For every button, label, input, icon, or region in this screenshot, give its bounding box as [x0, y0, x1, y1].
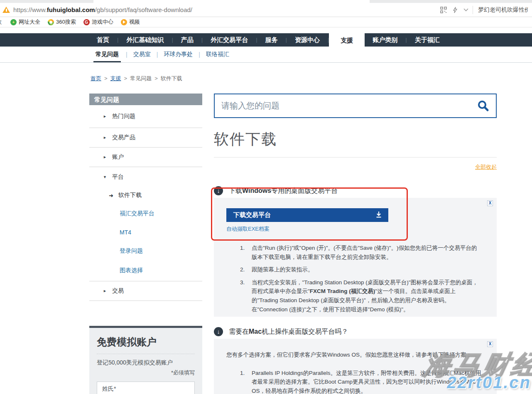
- subnav-item-global-offices[interactable]: 环球办事处: [163, 51, 194, 58]
- search-icon[interactable]: [477, 100, 489, 112]
- nav-item-services[interactable]: 服务: [257, 33, 286, 47]
- qr-code-icon[interactable]: [440, 7, 447, 13]
- sidebar-item-login-issues[interactable]: 登录问题: [89, 241, 202, 260]
- bookmark-partial[interactable]: 款: [0, 18, 3, 26]
- security-warning-icon[interactable]: [2, 7, 10, 13]
- breadcrumb-separator: >: [124, 75, 127, 81]
- faq-search-box: [214, 94, 497, 118]
- nav-item-home[interactable]: 首页: [89, 33, 117, 47]
- faq-item-mac[interactable]: ↓ 需要在Mac机上操作桌面版交易平台吗？: [214, 327, 497, 336]
- subnav-item-contact-fxcm[interactable]: 联络福汇: [205, 51, 230, 58]
- mac-options-intro: 您有多个选择方案，但它们要求客户安装Windows OS。假如您愿意这样做，请参…: [226, 350, 482, 360]
- list-item: 点击"Run (执行)"或"Open (开)"。(不要点击"Save (储存)"…: [240, 244, 482, 261]
- faq-title-segment: Mac: [249, 328, 262, 335]
- lightning-icon[interactable]: [453, 7, 458, 13]
- subnav-item-trading-room[interactable]: 交易室: [132, 51, 152, 58]
- sidebar-item-label: 平台: [112, 173, 124, 181]
- breadcrumb-home-link[interactable]: 首页: [91, 75, 101, 81]
- main-navbar: 首页| 外汇基础知识| 产品| 外汇交易平台| 服务| 资源中心| 支援 账户类…: [0, 33, 532, 47]
- breadcrumb-faq: 常见问题: [130, 75, 152, 81]
- 360-search-icon: [48, 19, 54, 25]
- windows-install-steps: 点击"Run (执行)"或"Open (开)"。(不要点击"Save (储存)"…: [240, 244, 482, 314]
- sidebar-item-trading-products[interactable]: ► 交易产品: [89, 128, 202, 148]
- close-icon[interactable]: X: [487, 200, 493, 206]
- bookmark-video[interactable]: 视频: [121, 18, 140, 26]
- nav-item-forex-basics[interactable]: 外汇基础知识: [118, 33, 172, 47]
- faq-title-segment: 专用的桌面版交易平台: [271, 187, 338, 194]
- url-prefix: https://www.: [13, 6, 47, 13]
- breadcrumb-separator: >: [154, 75, 158, 81]
- sidebar-item-trading[interactable]: ► 交易: [89, 281, 202, 301]
- faq-title-segment: 需要在: [229, 328, 249, 335]
- triangle-right-icon: ►: [103, 289, 107, 293]
- search-input[interactable]: [221, 101, 477, 111]
- page-title: 软件下载: [214, 129, 497, 150]
- breadcrumb-separator: >: [104, 75, 108, 81]
- down-arrow-circle-icon: ↓: [214, 327, 223, 336]
- sidebar-item-chart-options[interactable]: 图表选择: [89, 260, 202, 281]
- nav-item-products[interactable]: 产品: [173, 33, 201, 47]
- download-platform-button[interactable]: 下载交易平台: [226, 208, 388, 222]
- sidebar-item-software-download-active[interactable]: ➜ 软件下载: [89, 187, 202, 204]
- faq-main-content: 软件下载 全部收起 ↓ 下载Windows专用的桌面版交易平台 X 下载交易平台…: [214, 94, 497, 394]
- last-name-field[interactable]: [97, 382, 195, 394]
- faq-panel-windows: X 下载交易平台 自动撷取EXE档案 点击"Run (执行)"或"Open (开…: [214, 198, 497, 317]
- triangle-right-icon: ►: [103, 114, 107, 118]
- subnav-item-faq-active[interactable]: 常见问题: [93, 47, 121, 62]
- sidebar-item-account[interactable]: ► 账户: [89, 148, 202, 167]
- subnav-divider: |: [126, 51, 127, 58]
- sidebar-item-platform-expanded[interactable]: ▼ 平台: [89, 167, 202, 187]
- triangle-right-icon: ►: [103, 155, 107, 159]
- sidebar-link-label: 福汇交易平台: [120, 210, 154, 217]
- faq-item-windows-download[interactable]: ↓ 下载Windows专用的桌面版交易平台: [214, 186, 497, 195]
- browser-tabstrip: [0, 0, 532, 3]
- url-domain: fuhuiglobal.com: [47, 6, 95, 13]
- faq-title-segment: 机上操作桌面版交易平台吗？: [262, 328, 348, 335]
- chevron-down-icon[interactable]: [463, 8, 468, 12]
- browser-url-bar[interactable]: https://www.fuhuiglobal.com/gb/support/f…: [0, 3, 532, 17]
- exe-auto-link[interactable]: 自动撷取EXE档案: [226, 225, 270, 233]
- sidebar-item-fxcm-platform[interactable]: 福汇交易平台: [89, 204, 202, 223]
- triangle-down-icon: ▼: [103, 175, 107, 179]
- bookmark-label: 360搜索: [56, 18, 76, 26]
- url-path: /gb/support/faq/software-download/: [95, 6, 192, 13]
- sidebar-item-label: 账户: [112, 153, 124, 161]
- nav-item-support-active[interactable]: 支援: [329, 33, 365, 49]
- breadcrumb-current: 软件下载: [161, 75, 182, 81]
- sidebar-item-label: 热门问题: [112, 113, 135, 120]
- faq-title-segment: 下载: [229, 187, 242, 194]
- free-demo-account-box: 免费模拟账户 登记50,000美元模拟交易账户 *必须填写: [89, 326, 202, 394]
- sidebar-item-mt4[interactable]: MT4: [89, 223, 202, 241]
- bookmark-label: 视频: [129, 18, 140, 26]
- list-item: 跟随萤幕上的安装指示。: [240, 265, 482, 274]
- demo-box-title: 免费模拟账户: [97, 335, 195, 354]
- bookmark-label: 游戏中心: [92, 18, 113, 26]
- bookmark-360-search[interactable]: 360搜索: [48, 18, 76, 26]
- nav-item-trading-platforms[interactable]: 外汇交易平台: [203, 33, 256, 47]
- download-button-label: 下载交易平台: [233, 211, 375, 219]
- toolbar-note-text: 梦幻老司机吹爆性价: [478, 6, 528, 14]
- sidebar-item-hot-questions[interactable]: ► 热门问题: [89, 105, 202, 128]
- title-divider: [214, 157, 497, 158]
- nav-item-about-fxcm[interactable]: 关于福汇: [407, 33, 448, 47]
- browser-active-tab[interactable]: [93, 0, 370, 3]
- nav-item-resources[interactable]: 资源中心: [287, 33, 328, 47]
- close-icon[interactable]: X: [487, 341, 493, 347]
- breadcrumb-support-link[interactable]: 支援: [110, 75, 121, 81]
- bookmark-label: 网址大全: [19, 18, 40, 26]
- collapse-all-link[interactable]: 全部收起: [475, 164, 497, 170]
- mac-options-list: Parallels IP Holdings的Parallels。这是第三方软件，…: [240, 369, 482, 394]
- bookmark-site-collection[interactable]: + 网址大全: [10, 18, 40, 26]
- sidebar-link-label: 登录问题: [120, 247, 143, 255]
- triangle-right-icon: ►: [103, 135, 107, 140]
- sidebar-item-label: 软件下载: [118, 192, 142, 199]
- list-item: 当程式完全安装后，"Trading Station Desktop (桌面版交易…: [240, 278, 482, 314]
- url-text[interactable]: https://www.fuhuiglobal.com/gb/support/f…: [13, 6, 440, 13]
- faq-sidebar: 常见问题 ► 热门问题 ► 交易产品 ► 账户 ▼ 平台 ➜ 软件下载 福汇交易…: [89, 94, 202, 394]
- nav-item-account-types[interactable]: 账户类别: [365, 33, 405, 47]
- faq-title: 需要在Mac机上操作桌面版交易平台吗？: [229, 328, 348, 336]
- demo-box-subtitle: 登记50,000美元模拟交易账户: [97, 359, 195, 367]
- sidebar-header: 常见问题: [89, 94, 202, 105]
- bookmark-game-center[interactable]: G 游戏中心: [83, 18, 113, 26]
- sidebar-link-label: 图表选择: [120, 267, 143, 274]
